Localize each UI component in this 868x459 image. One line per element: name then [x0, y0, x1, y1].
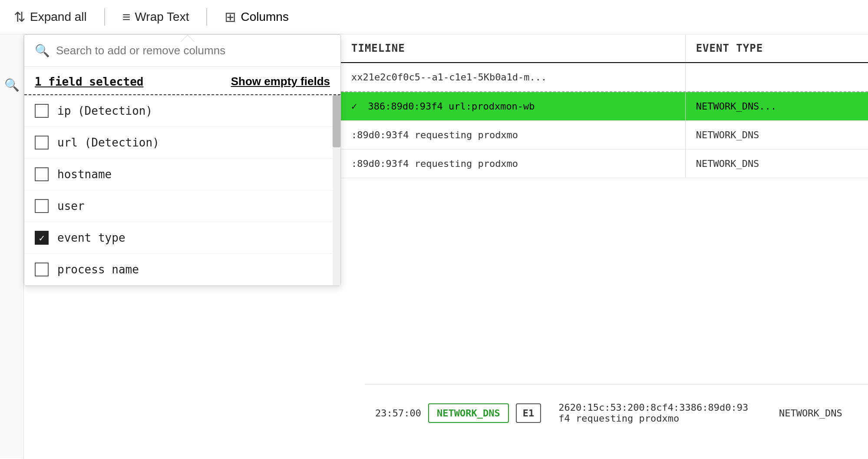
field-item-event-type[interactable]: event type	[24, 222, 340, 254]
field-item-hostname[interactable]: hostname	[24, 159, 340, 190]
field-item-user[interactable]: user	[24, 190, 340, 222]
cell-timeline-2: ✓ 386:89d0:93f4 url:prodxmon-wb	[341, 92, 685, 120]
cell-event-type-4: NETWORK_DNS	[685, 150, 868, 178]
field-item-url[interactable]: url (Detection)	[24, 127, 340, 159]
cell-timeline-3: :89d0:93f4 requesting prodxmo	[341, 121, 685, 149]
columns-button[interactable]: ⊞ Columns	[221, 7, 292, 27]
bottom-timeline-text: 2620:15c:53:200:8cf4:3386:89d0:93f4 requ…	[548, 393, 762, 432]
field-label-user: user	[57, 200, 85, 213]
search-row: 🔍	[24, 35, 340, 67]
cell-timeline-1: xx21e2c0f0c5--a1-c1e1-5Kb0a1d-m...	[341, 63, 685, 91]
field-label-url: url (Detection)	[57, 136, 159, 149]
columns-dropdown: 🔍 1 field selected Show empty fields ip …	[24, 34, 341, 286]
toolbar-separator-2	[206, 8, 207, 26]
col-header-timeline: TIMELINE	[341, 34, 685, 62]
field-selected-label: 1 field selected	[35, 75, 143, 88]
cell-event-type-3: NETWORK_DNS	[685, 121, 868, 149]
checkmark-icon: ✓	[351, 101, 357, 112]
field-list: ip (Detection) url (Detection) hostname …	[24, 95, 340, 286]
table-header: TIMELINE EVENT TYPE	[341, 34, 868, 63]
cell-timeline-4: :89d0:93f4 requesting prodxmo	[341, 150, 685, 178]
table-row-highlighted[interactable]: ✓ 386:89d0:93f4 url:prodxmon-wb NETWORK_…	[341, 92, 868, 121]
cell-event-type-2: NETWORK_DNS...	[685, 92, 868, 120]
field-label-hostname: hostname	[57, 168, 112, 181]
checkbox-hostname[interactable]	[35, 167, 49, 181]
table-body: xx21e2c0f0c5--a1-c1e1-5Kb0a1d-m... ✓ 386…	[341, 63, 868, 178]
checkbox-ip[interactable]	[35, 104, 49, 118]
toolbar: ⇅ Expand all ≡ Wrap Text ⊞ Columns	[0, 0, 868, 34]
checkbox-url[interactable]	[35, 136, 49, 150]
table-row: xx21e2c0f0c5--a1-c1e1-5Kb0a1d-m...	[341, 63, 868, 92]
cell-event-type-1	[685, 63, 868, 91]
table-row: :89d0:93f4 requesting prodxmo NETWORK_DN…	[341, 121, 868, 150]
wrap-text-label: Wrap Text	[135, 10, 189, 24]
toolbar-separator-1	[104, 8, 105, 26]
timestamp: 23:57:00	[375, 408, 421, 419]
checkbox-event-type[interactable]	[35, 231, 49, 245]
badge-e1[interactable]: E1	[516, 403, 541, 423]
field-header: 1 field selected Show empty fields	[24, 67, 340, 95]
table-area: TIMELINE EVENT TYPE xx21e2c0f0c5--a1-c1e…	[341, 34, 868, 459]
show-empty-fields-button[interactable]: Show empty fields	[231, 75, 330, 88]
left-search-icon[interactable]: 🔍	[4, 78, 20, 92]
field-label-event-type: event type	[57, 231, 125, 244]
expand-all-icon: ⇅	[14, 9, 26, 25]
bottom-bar: 23:57:00 NETWORK_DNS E1 2620:15c:53:200:…	[365, 384, 868, 441]
expand-all-label: Expand all	[30, 10, 87, 24]
field-item-process-name[interactable]: process name	[24, 254, 340, 286]
badge-network-dns[interactable]: NETWORK_DNS	[428, 403, 509, 423]
field-item-ip[interactable]: ip (Detection)	[24, 95, 340, 127]
checkbox-user[interactable]	[35, 199, 49, 213]
scrollbar-thumb[interactable]	[333, 95, 340, 147]
scrollbar-track[interactable]	[333, 95, 340, 286]
checkbox-process-name[interactable]	[35, 263, 49, 276]
search-icon: 🔍	[35, 43, 50, 58]
search-input[interactable]	[56, 44, 330, 57]
col-header-event-type: EVENT TYPE	[685, 34, 868, 62]
wrap-text-button[interactable]: ≡ Wrap Text	[119, 7, 193, 27]
main-content: 🔍 🔍 1 field selected Show empty fields i…	[0, 34, 868, 459]
field-label-ip: ip (Detection)	[57, 104, 152, 117]
bottom-event-type: NETWORK_DNS	[769, 399, 868, 427]
expand-all-button[interactable]: ⇅ Expand all	[10, 7, 90, 27]
columns-icon: ⊞	[224, 9, 236, 25]
columns-label: Columns	[241, 10, 288, 24]
field-label-process-name: process name	[57, 263, 139, 276]
left-strip: 🔍	[0, 34, 24, 459]
table-row: :89d0:93f4 requesting prodxmo NETWORK_DN…	[341, 150, 868, 178]
wrap-text-icon: ≡	[122, 9, 131, 25]
